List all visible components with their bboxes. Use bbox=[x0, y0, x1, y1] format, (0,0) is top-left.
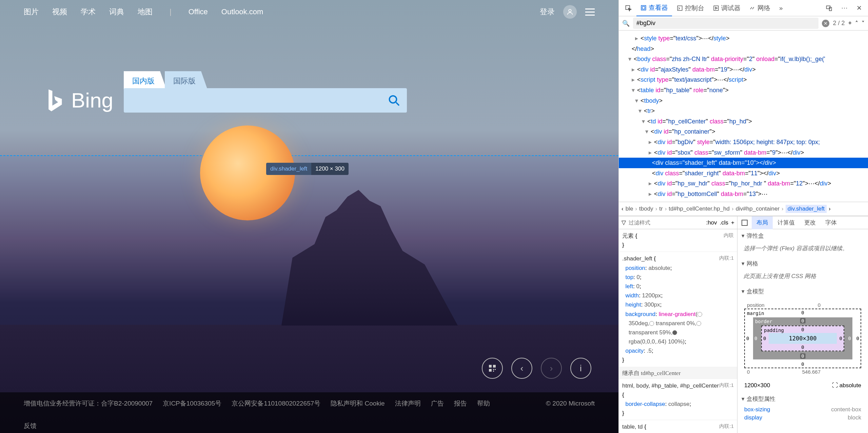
nav-images[interactable]: 图片 bbox=[24, 7, 39, 17]
search-box bbox=[124, 88, 407, 113]
responsive-icon[interactable] bbox=[822, 1, 836, 15]
nav-academic[interactable]: 学术 bbox=[81, 7, 96, 17]
qr-button[interactable] bbox=[482, 358, 503, 379]
layout-panel: 布局 计算值 更改 字体 ▾ 弹性盒 选择一个弹性 (Flex) 容器或项目以继… bbox=[737, 216, 868, 433]
flexbox-message: 选择一个弹性 (Flex) 容器或项目以继续。 bbox=[737, 242, 868, 257]
search-next-icon[interactable]: ˅ bbox=[862, 20, 865, 27]
tab-changes[interactable]: 更改 bbox=[800, 216, 821, 229]
nav-outlook[interactable]: Outlook.com bbox=[221, 7, 263, 16]
bm-content[interactable]: 1200×300 bbox=[769, 333, 837, 344]
breadcrumb-prev-icon[interactable]: ‹ bbox=[622, 205, 624, 212]
bing-homepage: 图片 视频 学术 词典 地图 | Office Outlook.com 登录 B… bbox=[0, 0, 618, 433]
rule-element[interactable]: 内联 元素 {} bbox=[619, 229, 737, 252]
search-icon[interactable] bbox=[388, 94, 400, 106]
search-input[interactable] bbox=[131, 96, 388, 105]
nav-dict[interactable]: 词典 bbox=[109, 7, 124, 17]
next-button[interactable]: › bbox=[541, 358, 562, 379]
prev-button[interactable]: ‹ bbox=[511, 358, 532, 379]
tabs-overflow-icon[interactable]: » bbox=[775, 1, 787, 15]
tab-network[interactable]: 网络 bbox=[745, 0, 774, 16]
info-button[interactable]: i bbox=[570, 358, 591, 379]
rule-collapse[interactable]: 内联:1 html, body, #hp_table, #hp_cellCent… bbox=[619, 379, 737, 420]
html-tree[interactable]: ▸<style type="text/css">⋯</style> </head… bbox=[619, 31, 868, 202]
svg-line-2 bbox=[396, 102, 399, 105]
footer-report[interactable]: 报告 bbox=[454, 399, 467, 408]
pick-element-icon[interactable] bbox=[621, 1, 636, 15]
bc-tr[interactable]: tr bbox=[659, 205, 663, 212]
login-link[interactable]: 登录 bbox=[540, 7, 555, 17]
avatar-icon[interactable] bbox=[563, 5, 577, 19]
bm-border[interactable]: border 0000 padding 0000 1200×300 bbox=[753, 317, 852, 359]
nav-office[interactable]: Office bbox=[189, 7, 208, 16]
add-rule-icon[interactable]: + bbox=[731, 219, 734, 226]
footer-help[interactable]: 帮助 bbox=[477, 399, 490, 408]
devtools-panel: 查看器 控制台 调试器 网络 » ⋯ ✕ 🔍 ✕ 2 / 2 + ˄ ˅ ▸<s… bbox=[618, 0, 868, 433]
filter-styles-input[interactable] bbox=[629, 220, 703, 226]
search-tabs: 国内版 国际版 bbox=[124, 71, 206, 90]
html-search: 🔍 ✕ 2 / 2 + ˄ ˅ bbox=[619, 16, 868, 31]
devtools-toolbar: 查看器 控制台 调试器 网络 » ⋯ ✕ bbox=[619, 0, 868, 16]
bing-logo-text: Bing bbox=[71, 88, 113, 112]
nav-video[interactable]: 视频 bbox=[52, 7, 67, 17]
html-search-input[interactable] bbox=[633, 18, 818, 29]
tab-domestic[interactable]: 国内版 bbox=[124, 71, 166, 90]
svg-rect-10 bbox=[641, 5, 646, 10]
bm-padding[interactable]: padding 0000 1200×300 bbox=[761, 326, 844, 351]
tab-inspector[interactable]: 查看器 bbox=[636, 0, 672, 16]
footer-legal[interactable]: 法律声明 bbox=[395, 399, 421, 408]
bm-prop-display: displayblock bbox=[737, 414, 868, 422]
search-clear-icon[interactable]: ✕ bbox=[822, 20, 829, 27]
inspector-tooltip: div.shader_left 1200 × 300 bbox=[266, 163, 349, 175]
bc-shader-left[interactable]: div.shader_left bbox=[786, 205, 827, 213]
bc-ble[interactable]: ble bbox=[626, 205, 633, 212]
boxmodel-header[interactable]: ▾ 盒模型 bbox=[737, 285, 868, 298]
bc-td[interactable]: td#hp_cellCenter.hp_hd bbox=[669, 205, 730, 212]
tab-layout[interactable]: 布局 bbox=[752, 216, 773, 229]
selected-node[interactable]: <div class="shader_left" data-bm="10"></… bbox=[619, 158, 868, 168]
footer-feedback[interactable]: 反馈 bbox=[24, 422, 37, 429]
rule-shader-left[interactable]: 内联:1 .shader_left { position: absolute; … bbox=[619, 252, 737, 367]
bc-container[interactable]: div#hp_container bbox=[736, 205, 780, 212]
bc-tbody[interactable]: tbody bbox=[639, 205, 653, 212]
bm-margin[interactable]: margin 0000 border 0000 padding 0000 120… bbox=[744, 309, 861, 368]
hamburger-icon[interactable] bbox=[585, 8, 595, 16]
breadcrumb-next-icon[interactable]: › bbox=[829, 205, 831, 212]
sidebar-toggle-icon[interactable] bbox=[737, 216, 752, 229]
tab-console[interactable]: 控制台 bbox=[673, 0, 708, 16]
nav-map[interactable]: 地图 bbox=[138, 7, 153, 17]
tab-fonts[interactable]: 字体 bbox=[821, 216, 842, 229]
hov-toggle[interactable]: :hov bbox=[706, 219, 717, 226]
tab-computed[interactable]: 计算值 bbox=[773, 216, 800, 229]
search-prev-icon[interactable]: ˄ bbox=[855, 20, 858, 27]
bm-props-header[interactable]: ▾ 盒模型属性 bbox=[737, 392, 868, 406]
position-icon: ⛶ bbox=[832, 382, 838, 389]
bm-prop-boxsizing: box-sizingcontent-box bbox=[737, 406, 868, 414]
svg-rect-6 bbox=[493, 369, 494, 370]
grid-message: 此页面上没有使用 CSS 网格 bbox=[737, 270, 868, 285]
svg-rect-7 bbox=[495, 369, 496, 370]
nav-right: 登录 bbox=[540, 5, 595, 19]
close-devtools-icon[interactable]: ✕ bbox=[852, 1, 866, 15]
svg-rect-4 bbox=[493, 365, 496, 368]
footer-license[interactable]: 增值电信业务经营许可证：合字B2-20090007 bbox=[24, 399, 153, 408]
footer-ads[interactable]: 广告 bbox=[431, 399, 444, 408]
footer: 增值电信业务经营许可证：合字B2-20090007 京ICP备10036305号… bbox=[0, 392, 618, 433]
search-add-icon[interactable]: + bbox=[848, 20, 852, 27]
meatball-icon[interactable]: ⋯ bbox=[837, 1, 852, 15]
flexbox-header[interactable]: ▾ 弹性盒 bbox=[737, 229, 868, 242]
grid-header[interactable]: ▾ 网格 bbox=[737, 257, 868, 270]
svg-point-1 bbox=[390, 96, 397, 103]
svg-rect-5 bbox=[489, 369, 492, 372]
cls-toggle[interactable]: .cls bbox=[720, 219, 729, 226]
footer-gongan[interactable]: 京公网安备11010802022657号 bbox=[232, 399, 320, 408]
footer-copyright: © 2020 Microsoft bbox=[546, 400, 595, 407]
tab-international[interactable]: 国际版 bbox=[165, 71, 208, 90]
search-count: 2 / 2 bbox=[833, 20, 845, 27]
rule-spacing[interactable]: 内联:1 table, td { border-spacing: 0;} bbox=[619, 420, 737, 433]
footer-privacy[interactable]: 隐私声明和 Cookie bbox=[331, 399, 384, 408]
footer-icp[interactable]: 京ICP备10036305号 bbox=[163, 399, 221, 408]
filter-icon: ▽ bbox=[622, 219, 626, 226]
inherit-td: 继承自 td#hp_cellCenter bbox=[619, 367, 737, 379]
tab-debugger[interactable]: 调试器 bbox=[709, 0, 745, 16]
svg-rect-3 bbox=[489, 365, 492, 368]
